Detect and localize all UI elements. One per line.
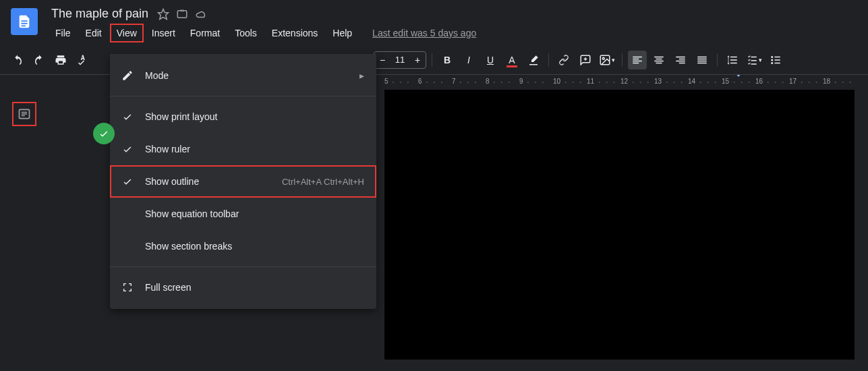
header-main: The maple of pain File Edit View Insert … [49,5,476,42]
align-center-button[interactable] [649,51,668,69]
ruler-tick: 16 [755,78,789,85]
italic-button[interactable]: I [459,51,478,69]
ruler-tick: 9 [519,78,553,85]
view-mode-label: Mode [145,70,359,81]
outline-toggle-button[interactable] [12,102,36,126]
toolbar-separator [717,53,718,67]
ruler-tick: 13 [654,78,688,85]
text-color-button[interactable]: A [502,51,521,69]
document-page[interactable] [384,90,855,360]
menu-format[interactable]: Format [183,24,227,42]
full-screen-label: Full screen [145,282,364,293]
cloud-status-icon[interactable] [194,7,208,21]
show-section-breaks-item[interactable]: Show section breaks [110,230,376,262]
align-right-button[interactable] [671,51,690,69]
menu-help[interactable]: Help [326,24,359,42]
menu-tools[interactable]: Tools [228,24,264,42]
menubar: File Edit View Insert Format Tools Exten… [49,24,476,42]
docs-icon [17,12,32,31]
show-ruler-label: Show ruler [145,144,364,154]
toolbar-separator [622,53,623,67]
menu-divider [110,266,376,267]
ruler-tick: 7 [452,78,486,85]
checklist-button[interactable]: ▾ [745,51,763,69]
show-section-breaks-label: Show section breaks [145,241,364,252]
ruler-tick: 14 [688,78,722,85]
menu-edit[interactable]: Edit [79,24,109,42]
spellcheck-button[interactable] [73,51,92,69]
undo-button[interactable] [8,51,27,69]
menu-divider [110,96,376,96]
ruler-tick: 11 [587,78,620,85]
menu-view[interactable]: View [110,24,144,42]
font-size-value[interactable]: 11 [390,55,409,65]
ruler-tick: 8 [486,78,519,85]
blank-icon [119,206,136,222]
svg-point-3 [602,57,604,59]
font-size-group: − 11 + [374,51,426,69]
align-justify-button[interactable] [693,51,712,69]
show-outline-shortcut: Ctrl+Alt+A Ctrl+Alt+H [282,177,364,187]
ruler-tick: 12 [620,78,654,85]
check-icon [119,109,136,125]
show-outline-label: Show outline [145,176,271,187]
ruler-tick: 15 [722,78,755,85]
svg-rect-2 [600,55,610,65]
insert-image-button[interactable]: ▾ [598,51,616,69]
svg-point-6 [771,62,773,64]
check-icon [119,173,136,190]
left-gutter [0,75,49,360]
title-row: The maple of pain [49,5,476,22]
show-outline-item[interactable]: Show outline Ctrl+Alt+A Ctrl+Alt+H [110,165,376,198]
toolbar-separator [548,53,549,67]
view-mode-item[interactable]: Mode ▸ [110,59,376,92]
font-size-decrease[interactable]: − [374,52,390,68]
check-icon [119,141,136,157]
show-equation-toolbar-label: Show equation toolbar [145,208,364,219]
svg-rect-7 [20,109,30,118]
ruler-tick: 5 [384,78,418,85]
view-menu-dropdown: Mode ▸ Show print layout Show ruler Show… [110,54,376,309]
blank-icon [119,238,136,254]
print-button[interactable] [51,51,70,69]
toolbar-separator [432,53,432,67]
header: The maple of pain File Edit View Insert … [0,0,868,42]
svg-rect-1 [177,10,187,18]
menu-extensions[interactable]: Extensions [265,24,324,42]
font-size-increase[interactable]: + [409,52,426,68]
ruler-indent-marker[interactable] [735,75,742,77]
last-edit-link[interactable]: Last edit was 5 days ago [372,28,476,38]
show-ruler-item[interactable]: Show ruler [110,133,376,165]
menu-file[interactable]: File [49,24,78,42]
comment-button[interactable] [576,51,595,69]
highlight-button[interactable] [524,51,543,69]
ruler-tick: 17 [789,78,823,85]
star-icon[interactable] [156,7,170,21]
show-equation-toolbar-item[interactable]: Show equation toolbar [110,198,376,230]
doc-title[interactable]: The maple of pain [49,5,151,22]
show-print-layout-item[interactable]: Show print layout [110,101,376,133]
redo-button[interactable] [30,51,49,69]
underline-button[interactable]: U [481,51,500,69]
chevron-right-icon: ▸ [359,70,364,81]
bold-button[interactable]: B [438,51,457,69]
docs-logo[interactable] [11,8,38,35]
svg-marker-0 [158,9,169,19]
ruler-tick: 6 [418,78,452,85]
line-spacing-button[interactable] [723,51,742,69]
align-left-button[interactable] [628,51,647,69]
svg-point-5 [771,59,773,61]
bulleted-list-button[interactable] [766,51,785,69]
move-icon[interactable] [175,7,189,21]
link-button[interactable] [554,51,573,69]
ruler-tick: 18 [823,78,857,85]
show-print-layout-label: Show print layout [145,111,364,122]
menu-insert[interactable]: Insert [145,24,182,42]
outline-icon [18,107,31,121]
pencil-icon [119,67,136,84]
svg-point-4 [771,56,773,58]
check-badge-icon [93,123,115,144]
full-screen-item[interactable]: Full screen [110,271,376,304]
ruler-tick: 10 [553,78,587,85]
fullscreen-icon [119,279,136,295]
